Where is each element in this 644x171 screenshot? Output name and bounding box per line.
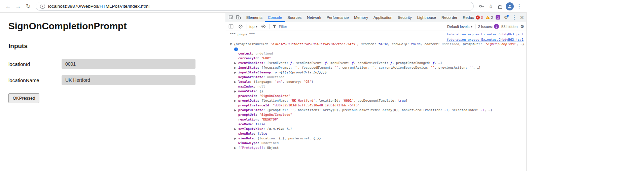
field-input-locationId[interactable] — [62, 59, 195, 69]
field-input-locationName[interactable] — [62, 75, 195, 85]
console-token: , previousBasketItems: — [338, 108, 383, 112]
console-source-link[interactable]: federation_expose_Ex…outes.CnbdyB63.js:1 — [446, 32, 524, 36]
forward-icon: → — [15, 3, 21, 10]
tab-console[interactable]: Console — [265, 13, 285, 22]
forward-button[interactable]: → — [13, 2, 23, 11]
console-token: , posTerminal: — [284, 136, 313, 140]
extensions-button[interactable] — [496, 2, 505, 11]
devtools-close-button[interactable]: × — [520, 14, 524, 21]
expand-arrow-icon[interactable]: ▶ — [234, 61, 238, 65]
console-token: context — [238, 52, 252, 55]
console-row: ▶processId: "SignOnComplete" — [230, 94, 524, 98]
expand-arrow-icon[interactable]: ▶ — [234, 89, 238, 94]
console-row: federation_expose_Ex…outes.CnbdyB63.js:1… — [230, 32, 524, 36]
console-token: : — [263, 146, 267, 149]
console-token: : — [271, 70, 275, 74]
inspect-element-button[interactable] — [227, 14, 235, 21]
devtools-menu-button[interactable]: ⋮ — [512, 14, 517, 21]
console-token: promptData — [238, 99, 257, 102]
expand-arrow-icon[interactable]: ▶ — [234, 80, 238, 84]
console-token: , focussedElement: — [298, 66, 334, 69]
console-sidebar-toggle[interactable] — [227, 23, 235, 30]
console-token: , — [357, 42, 361, 46]
console-row: ▶[[Prototype]]: Object — [230, 145, 524, 150]
console-row: ▶keyboardState: undefined — [230, 75, 524, 79]
console-warnings-badge[interactable]: 2 — [486, 15, 493, 20]
console-token: '' — [469, 66, 473, 69]
console-token: Array(0) — [383, 108, 398, 112]
form-fields: locationIdlocationName — [8, 59, 224, 85]
tab-lighthouse[interactable]: Lighthouse — [415, 13, 439, 22]
console-row: ▼{promptInstanceId: 'd307325103df6cff:54… — [230, 42, 524, 46]
tab-network[interactable]: Network — [304, 13, 324, 22]
expand-arrow-icon[interactable]: ▶ — [234, 127, 238, 131]
devtools-settings-button[interactable]: ⚙ — [503, 14, 509, 21]
tab-performance[interactable]: Performance — [324, 13, 352, 22]
info-icon[interactable]: i — [234, 47, 238, 51]
console-token: false — [378, 42, 388, 46]
console-token: 'UK Hertford' — [290, 99, 315, 102]
omnibox[interactable]: i localhost:39870/WebPos/HTMLPosVite/ind… — [36, 2, 474, 11]
console-token: Object — [267, 146, 279, 149]
console-filter-input[interactable] — [278, 24, 445, 29]
console-token: '0001' — [342, 99, 354, 102]
back-button[interactable]: ← — [3, 2, 13, 11]
console-token: , …} — [473, 66, 481, 69]
console-token: "d307325103df6cff:54510e48:19d51d72fb6:-… — [273, 103, 359, 107]
tab-application[interactable]: Application — [371, 13, 395, 22]
console-token: : — [255, 113, 259, 116]
execution-context-selector[interactable]: top ▾ — [249, 25, 257, 29]
console-row: ▶maxIndex: null — [230, 84, 524, 89]
console-token: : — [254, 84, 257, 88]
console-token: false — [256, 122, 265, 126]
more-vertical-icon: ⋮ — [516, 3, 522, 9]
expand-arrow-icon[interactable]: ▶ — [234, 108, 238, 112]
live-expression-button[interactable] — [260, 23, 267, 30]
console-token: : — [250, 80, 253, 83]
expand-arrow-icon[interactable]: ▶ — [234, 99, 238, 103]
console-token: currencyId — [238, 56, 257, 60]
page-info-icon[interactable]: i — [40, 4, 45, 9]
console-token: '' — [431, 66, 434, 69]
field-row-locationName: locationName — [8, 75, 224, 85]
clear-console-button[interactable] — [237, 23, 244, 30]
console-token: {} — [259, 89, 263, 93]
divider — [270, 24, 270, 29]
console-row: federation_expose_Ex…outes.CnbdyB63.js:1 — [230, 37, 524, 42]
console-errors-badge[interactable]: × 3 — [476, 15, 483, 20]
tab-elements[interactable]: Elements — [244, 13, 265, 22]
issues-counter[interactable]: 2 Issues: 2 — [478, 24, 499, 29]
bookmark-button[interactable]: ☆ — [487, 2, 495, 11]
console-row: ▶scoMode: false — [230, 122, 524, 127]
tab-recorder[interactable]: Recorder — [439, 13, 460, 22]
console-token: } — [311, 80, 313, 83]
expand-arrow-icon[interactable]: ▶ — [234, 66, 238, 70]
log-levels-selector[interactable]: Default levels ▾ — [447, 25, 472, 29]
console-source-link[interactable]: federation_expose_Ex…outes.CnbdyB63.js:1 — [446, 38, 524, 41]
console-row: ▶context: undefined — [230, 51, 524, 56]
devtools-tab-bar: ElementsConsoleSourcesNetworkPerformance… — [225, 13, 526, 22]
expand-arrow-icon[interactable]: ▶ — [234, 146, 238, 150]
browser-menu-button[interactable]: ⋮ — [515, 2, 524, 11]
expand-arrow-icon[interactable]: ▶ — [234, 136, 238, 141]
password-key-button[interactable] — [477, 2, 486, 11]
tab-memory[interactable]: Memory — [351, 13, 371, 22]
console-token: -1 — [481, 108, 485, 112]
console-token: "SignOn/Complete" — [259, 113, 292, 116]
console-settings-button[interactable]: ⚙ — [520, 24, 524, 29]
tab-redux[interactable]: Redux — [460, 13, 476, 22]
device-toolbar-button[interactable] — [235, 14, 242, 21]
profile-button[interactable] — [505, 2, 514, 11]
console-token: resolution — [238, 117, 257, 121]
collapse-arrow-icon[interactable]: ▼ — [230, 42, 234, 46]
ok-pressed-button[interactable]: OKPressed — [8, 93, 39, 103]
reload-button[interactable]: ↻ — [24, 2, 33, 11]
tab-sources[interactable]: Sources — [285, 13, 304, 22]
console-token: , promptDataChanged: — [392, 61, 433, 65]
console-token: } — [319, 136, 321, 140]
issues-chip: 2 — [494, 24, 499, 29]
expand-arrow-icon[interactable]: ▶ — [234, 70, 238, 75]
issues-count-badge[interactable]: 2 — [496, 15, 500, 20]
avatar — [506, 2, 514, 10]
tab-security[interactable]: Security — [395, 13, 415, 22]
